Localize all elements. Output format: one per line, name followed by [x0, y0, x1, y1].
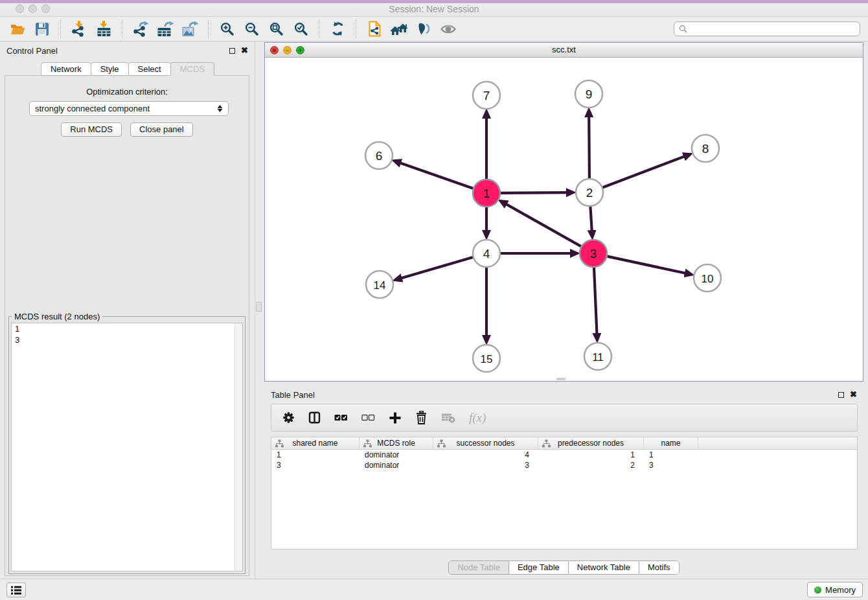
- unselect-all-columns-button[interactable]: [361, 413, 375, 422]
- node-table-header: shared name MCDS role successor nodes pr…: [271, 437, 857, 450]
- zoom-selected-button[interactable]: [288, 19, 313, 40]
- column-header-shared-name[interactable]: shared name: [271, 437, 360, 449]
- apply-style-button[interactable]: [411, 19, 436, 40]
- tab-network-table[interactable]: Network Table: [568, 561, 639, 574]
- import-table-button[interactable]: [91, 19, 116, 40]
- network-window-titlebar[interactable]: ✕ − ＋ scc.txt: [265, 43, 863, 58]
- float-table-panel-icon[interactable]: [838, 392, 844, 398]
- home-layout-button[interactable]: [387, 19, 411, 40]
- graph-edge-2-3[interactable]: [590, 207, 591, 231]
- graph-edge-3-1[interactable]: [506, 204, 581, 247]
- tab-select[interactable]: Select: [128, 62, 171, 76]
- mcds-result-item[interactable]: 1: [12, 323, 242, 334]
- dropdown-stepper-icon: [217, 105, 223, 112]
- graph-edge-4-14[interactable]: [401, 257, 473, 278]
- mcds-result-item[interactable]: 3: [12, 334, 242, 345]
- tab-style[interactable]: Style: [91, 62, 129, 76]
- unselect-all-columns-icon: [361, 413, 375, 422]
- mcds-result-list[interactable]: 1 3: [11, 323, 243, 571]
- cell-predecessor-nodes[interactable]: 2: [538, 461, 644, 470]
- export-network-icon: [133, 21, 149, 37]
- graph-node-2[interactable]: 2: [576, 179, 603, 206]
- refresh-button[interactable]: [325, 19, 350, 40]
- task-history-button[interactable]: [6, 583, 26, 597]
- select-all-columns-button[interactable]: [334, 413, 348, 422]
- table-row[interactable]: 1 dominator 4 1 1: [271, 450, 857, 460]
- network-canvas[interactable]: 7968124314101511: [265, 58, 863, 381]
- graph-node-6[interactable]: 6: [365, 142, 393, 169]
- export-table-button[interactable]: [153, 19, 177, 40]
- memory-button[interactable]: Memory: [807, 582, 863, 597]
- graph-node-8[interactable]: 8: [692, 135, 719, 162]
- cell-mcds-role[interactable]: dominator: [360, 461, 433, 470]
- graph-node-4[interactable]: 4: [473, 240, 500, 267]
- tab-edge-table[interactable]: Edge Table: [508, 561, 568, 574]
- new-network-from-selection-button[interactable]: [362, 19, 387, 40]
- cell-shared-name[interactable]: 1: [271, 450, 360, 459]
- cell-name[interactable]: 3: [644, 461, 698, 470]
- graph-edge-2-8[interactable]: [603, 156, 685, 187]
- graph-node-1[interactable]: 1: [473, 179, 500, 207]
- tab-motifs[interactable]: Motifs: [639, 561, 679, 574]
- cell-successor-nodes[interactable]: 4: [433, 450, 538, 459]
- import-table-icon: [96, 21, 112, 37]
- delete-table-button[interactable]: [441, 412, 455, 423]
- split-pane-grip[interactable]: [256, 302, 262, 312]
- zoom-fit-button[interactable]: [264, 19, 288, 40]
- search-field[interactable]: [674, 21, 860, 36]
- search-input[interactable]: [687, 23, 860, 35]
- tab-mcds[interactable]: MCDS: [170, 62, 214, 76]
- graph-edge-1-6[interactable]: [400, 163, 473, 189]
- graph-edge-3-11[interactable]: [594, 268, 597, 334]
- column-header-mcds-role[interactable]: MCDS role: [360, 437, 433, 449]
- graph-node-7[interactable]: 7: [473, 82, 500, 109]
- graph-edge-2-9[interactable]: [589, 116, 589, 178]
- cell-predecessor-nodes[interactable]: 1: [538, 450, 644, 459]
- graph-node-10[interactable]: 10: [694, 264, 721, 292]
- function-builder-button[interactable]: f(x): [469, 411, 486, 425]
- column-header-successor-nodes[interactable]: successor nodes: [433, 437, 538, 449]
- graph-node-15[interactable]: 15: [473, 345, 500, 372]
- column-header-predecessor-nodes[interactable]: predecessor nodes: [538, 437, 644, 449]
- table-settings-button[interactable]: [282, 411, 295, 424]
- graph-edge-3-10[interactable]: [608, 257, 686, 273]
- graph-node-11[interactable]: 11: [584, 343, 611, 370]
- graph-node-9[interactable]: 9: [575, 80, 602, 108]
- save-session-button[interactable]: [30, 19, 54, 40]
- close-panel-button[interactable]: Close panel: [130, 122, 193, 137]
- result-scrollbar[interactable]: [234, 323, 242, 571]
- column-header-name[interactable]: name: [644, 437, 698, 449]
- network-window-title: scc.txt: [265, 45, 863, 54]
- tab-network[interactable]: Network: [41, 62, 91, 76]
- delete-column-button[interactable]: [415, 411, 428, 424]
- cell-successor-nodes[interactable]: 3: [433, 461, 538, 470]
- graph-node-3[interactable]: 3: [580, 240, 607, 267]
- network-graph[interactable]: 7968124314101511: [265, 58, 863, 382]
- export-image-button[interactable]: [177, 19, 202, 40]
- float-panel-icon[interactable]: [229, 48, 235, 54]
- memory-label: Memory: [825, 585, 856, 595]
- cell-mcds-role[interactable]: dominator: [360, 450, 433, 459]
- open-session-button[interactable]: [5, 19, 30, 40]
- home-layout-icon: [391, 23, 408, 36]
- show-hide-button[interactable]: [436, 19, 461, 40]
- graph-edge-1-2[interactable]: [501, 192, 567, 193]
- zoom-out-button[interactable]: [239, 19, 264, 40]
- graph-node-14[interactable]: 14: [366, 271, 393, 298]
- export-network-button[interactable]: [128, 19, 153, 40]
- network-resize-grip[interactable]: [556, 378, 565, 380]
- close-table-panel-icon[interactable]: ✖: [850, 391, 857, 398]
- zoom-in-button[interactable]: [214, 19, 239, 40]
- import-network-button[interactable]: [67, 19, 91, 40]
- close-panel-icon[interactable]: ✖: [241, 47, 248, 54]
- node-table: shared name MCDS role successor nodes pr…: [271, 437, 858, 549]
- cell-name[interactable]: 1: [644, 450, 698, 459]
- tab-node-table[interactable]: Node Table: [449, 561, 508, 574]
- run-mcds-button[interactable]: Run MCDS: [61, 122, 122, 137]
- show-column-panel-button[interactable]: [308, 411, 321, 424]
- cell-shared-name[interactable]: 3: [271, 461, 360, 470]
- graph-node-label: 7: [483, 89, 490, 102]
- table-row[interactable]: 3 dominator 3 2 3: [271, 460, 857, 470]
- add-column-button[interactable]: [389, 411, 402, 424]
- optimization-criterion-dropdown[interactable]: strongly connected component: [29, 101, 229, 116]
